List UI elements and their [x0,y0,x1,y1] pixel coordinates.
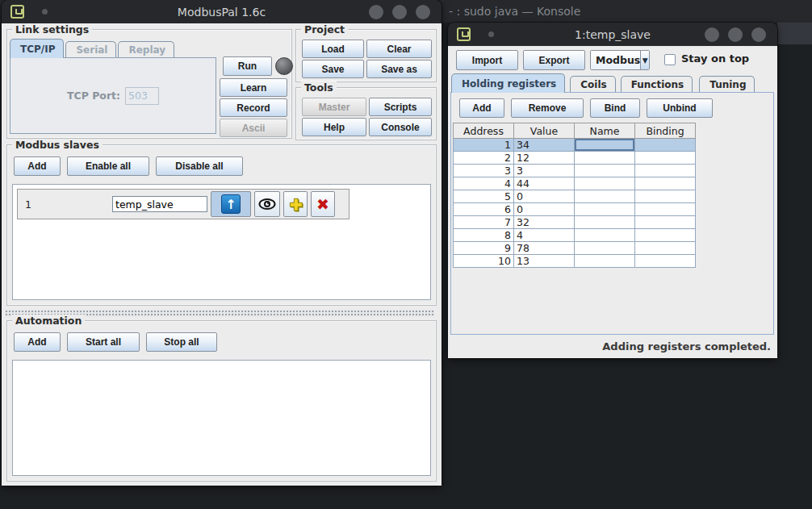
register-remove-button[interactable]: Remove [511,98,584,118]
tab-functions[interactable]: Functions [621,76,693,93]
cell-value[interactable]: 44 [514,177,575,190]
minimize-button[interactable] [705,27,719,42]
disable-all-button[interactable]: Disable all [156,156,243,176]
cell-address[interactable]: 1 [454,139,514,152]
slave-add-button[interactable]: Add [14,156,61,176]
cell-name[interactable] [575,255,635,268]
load-button[interactable]: Load [302,40,364,58]
col-value[interactable]: Value [514,123,575,139]
maximize-button[interactable] [728,27,743,42]
cell-address[interactable]: 3 [454,165,514,177]
stay-on-top-checkbox[interactable] [664,54,676,65]
tcp-port-input[interactable] [125,87,159,105]
col-address[interactable]: Address [454,123,514,139]
cell-name[interactable] [575,139,635,152]
cell-name[interactable] [575,165,635,177]
start-all-button[interactable]: Start all [67,332,140,352]
close-button[interactable] [416,5,430,19]
master-button[interactable]: Master [302,98,366,116]
register-bind-button[interactable]: Bind [590,98,640,118]
cell-binding[interactable] [635,216,696,229]
cell-binding[interactable] [635,165,696,177]
slave-window-titlebar[interactable]: 1:temp_slave [448,23,777,46]
table-row[interactable]: 732 [454,216,696,229]
cell-name[interactable] [575,203,635,216]
register-unbind-button[interactable]: Unbind [647,98,713,118]
window-menu-icon[interactable] [10,5,24,19]
protocol-combobox[interactable]: Modbus ▼ [590,50,650,70]
automation-add-button[interactable]: Add [14,332,61,352]
table-row[interactable]: 978 [454,242,696,255]
cell-binding[interactable] [635,255,696,268]
view-slave-button[interactable] [254,191,280,217]
cell-value[interactable]: 13 [514,255,575,268]
clear-button[interactable]: Clear [366,40,432,58]
scripts-button[interactable]: Scripts [369,98,432,116]
cell-name[interactable] [575,216,635,229]
cell-address[interactable]: 8 [454,229,514,242]
slave-row[interactable]: 1 ↑ [17,189,349,219]
add-tuning-button[interactable] [283,191,308,217]
record-button[interactable]: Record [220,98,287,117]
tab-tuning[interactable]: Tuning [699,76,755,93]
cell-name[interactable] [575,229,635,242]
cell-name[interactable] [575,190,635,203]
delete-slave-button[interactable]: ✖ [311,191,335,217]
console-button[interactable]: Console [369,118,432,136]
table-row[interactable]: 50 [454,190,696,203]
table-row[interactable]: 134 [454,139,696,152]
cell-value[interactable]: 3 [514,165,575,177]
import-button[interactable]: Import [456,50,518,70]
cell-value[interactable]: 4 [514,229,575,242]
cell-binding[interactable] [635,190,696,203]
cell-binding[interactable] [635,139,696,152]
chevron-down-icon[interactable]: ▼ [640,51,649,69]
tab-coils[interactable]: Coils [570,76,615,93]
cell-value[interactable]: 78 [514,242,575,255]
cell-address[interactable]: 4 [454,177,514,190]
cell-name[interactable] [575,242,635,255]
cell-value[interactable]: 0 [514,190,575,203]
col-binding[interactable]: Binding [635,123,696,139]
table-row[interactable]: 84 [454,229,696,242]
cell-address[interactable]: 6 [454,203,514,216]
cell-address[interactable]: 9 [454,242,514,255]
cell-address[interactable]: 7 [454,216,514,229]
table-row[interactable]: 1013 [454,255,696,268]
cell-value[interactable]: 0 [514,203,575,216]
tab-replay[interactable]: Replay [118,41,174,58]
table-row[interactable]: 444 [454,177,696,190]
tab-serial[interactable]: Serial [65,41,116,58]
table-row[interactable]: 60 [454,203,696,216]
cell-value[interactable]: 32 [514,216,575,229]
cell-address[interactable]: 2 [454,152,514,165]
cell-binding[interactable] [635,177,696,190]
cell-binding[interactable] [635,242,696,255]
ascii-button[interactable]: Ascii [220,119,287,137]
cell-name[interactable] [575,177,635,190]
enable-all-button[interactable]: Enable all [67,156,149,176]
cell-binding[interactable] [635,229,696,242]
cell-value[interactable]: 34 [514,139,575,152]
help-button[interactable]: Help [302,118,366,136]
table-row[interactable]: 33 [454,165,696,177]
register-add-button[interactable]: Add [459,98,504,118]
run-button[interactable]: Run [223,56,272,76]
save-as-button[interactable]: Save as [366,60,432,78]
cell-binding[interactable] [635,203,696,216]
maximize-button[interactable] [392,5,407,19]
save-button[interactable]: Save [302,60,364,78]
stop-all-button[interactable]: Stop all [146,332,217,352]
slave-enabled-toggle[interactable]: ↑ [211,191,251,217]
learn-button[interactable]: Learn [220,78,287,97]
window-menu-icon[interactable] [457,27,471,41]
cell-name[interactable] [575,152,635,165]
col-name[interactable]: Name [575,123,635,139]
modbuspal-titlebar[interactable]: ModbusPal 1.6c [2,0,442,23]
tab-tcpip[interactable]: TCP/IP [10,39,64,58]
cell-value[interactable]: 12 [514,152,575,165]
cell-binding[interactable] [635,152,696,165]
export-button[interactable]: Export [523,50,585,70]
minimize-button[interactable] [369,5,383,19]
cell-address[interactable]: 5 [454,190,514,203]
